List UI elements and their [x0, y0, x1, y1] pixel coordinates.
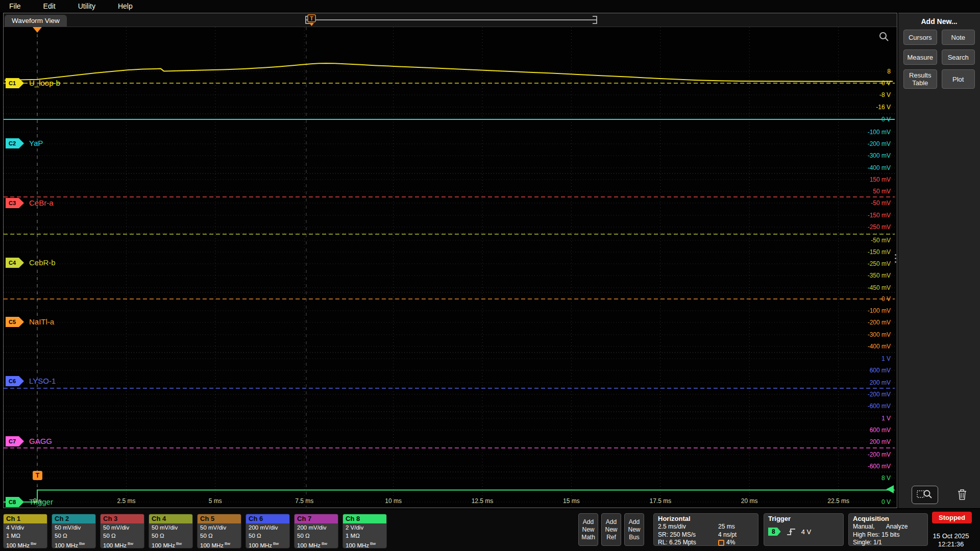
- channel-card-ch1[interactable]: Ch 14 V/div1 MΩ100 MHzBw: [3, 514, 47, 548]
- bandwidth-limit-icon: Bw: [176, 541, 182, 546]
- add-new-search-button[interactable]: Search: [942, 49, 975, 65]
- waveform-display[interactable]: T C1U_loop-b80 V-8 V-16 VC2YaP0 V-100 mV…: [4, 27, 897, 507]
- channel-badge-c7[interactable]: C7: [6, 436, 24, 446]
- channel-label-c5[interactable]: NaITl-a: [29, 317, 54, 326]
- add-new-cursors-button[interactable]: Cursors: [903, 30, 937, 45]
- horizontal-resolution: 4 ns/pt: [718, 531, 754, 539]
- channel-card-settings: 50 mV/div50 Ω100 MHzBw: [52, 523, 95, 548]
- trigger-settings-panel[interactable]: Trigger 8 4 V: [764, 513, 844, 546]
- channel-card-ch5[interactable]: Ch 550 mV/div50 Ω100 MHzBw: [197, 514, 241, 548]
- channel-label-c3[interactable]: CeBr-a: [29, 198, 54, 207]
- add-new-bus-line: New: [628, 526, 640, 534]
- menu-item-edit[interactable]: Edit: [43, 2, 56, 10]
- channel-badge-c6[interactable]: C6: [6, 376, 24, 386]
- add-new-note-button[interactable]: Note: [942, 30, 975, 45]
- run-stop-status-button[interactable]: Stopped: [932, 512, 972, 523]
- channel-badge-c1[interactable]: C1: [6, 78, 24, 88]
- time-axis-label: 22.5 ms: [827, 497, 849, 505]
- channel-bandwidth-value: 100 MHzBw: [200, 540, 241, 548]
- channel-label-c1[interactable]: U_loop-b: [29, 79, 60, 87]
- channel-label-c4[interactable]: CebR-b: [29, 258, 56, 267]
- bandwidth-text: 100 MHz: [249, 542, 272, 548]
- channel-impedance-value: 50 Ω: [103, 532, 144, 540]
- scale-label-c8: 8 V: [881, 474, 891, 482]
- bandwidth-limit-icon: Bw: [370, 541, 376, 546]
- sidebar-buttons: CursorsNoteMeasureSearchResults TablePlo…: [898, 30, 980, 89]
- scale-label-c3: -250 mV: [868, 223, 891, 231]
- add-new-bus-line: Bus: [629, 534, 640, 541]
- channel-impedance-value: 50 Ω: [55, 532, 95, 540]
- add-new-math-button[interactable]: Add New Math: [578, 513, 598, 546]
- add-new-math-line: New: [582, 526, 594, 534]
- time-axis-label: 17.5 ms: [649, 497, 671, 505]
- channel-card-ch4[interactable]: Ch 450 mV/div50 Ω100 MHzBw: [149, 514, 193, 548]
- channel-card-name: Ch 1: [4, 514, 47, 523]
- add-new-measure-button[interactable]: Measure: [903, 49, 937, 65]
- channel-card-name: Ch 3: [101, 514, 144, 523]
- channel-scale-value: 200 mV/div: [249, 524, 289, 532]
- add-new-plot-button[interactable]: Plot: [942, 69, 975, 89]
- channel-card-ch6[interactable]: Ch 6200 mV/div50 Ω100 MHzBw: [246, 514, 290, 548]
- channel-bandwidth-value: 100 MHzBw: [103, 540, 144, 548]
- channel-badge-c8[interactable]: C8: [6, 497, 24, 507]
- time-axis-label: 15 ms: [563, 497, 580, 505]
- horizontal-scale: 2.5 ms/div: [658, 523, 718, 531]
- channel-label-c7[interactable]: GAGG: [29, 437, 52, 445]
- channel-card-settings: 200 mV/div50 Ω100 MHzBw: [246, 523, 289, 548]
- delete-button[interactable]: [952, 486, 972, 504]
- channel-badge-c3[interactable]: C3: [6, 198, 24, 208]
- trigger-settings-row: 8 4 V: [764, 523, 843, 536]
- channel-badge-c2[interactable]: C2: [6, 138, 24, 148]
- trigger-position-marker[interactable]: [33, 27, 42, 33]
- trigger-level-value: 4 V: [801, 528, 812, 536]
- scale-label-c5: 0 V: [881, 295, 891, 303]
- add-new-bus-button[interactable]: Add New Bus: [624, 513, 644, 546]
- scale-label-c5: -300 mV: [868, 331, 891, 338]
- bandwidth-text: 100 MHz: [6, 542, 30, 548]
- add-new-ref-button[interactable]: Add New Ref: [601, 513, 621, 546]
- scale-label-c4: -250 mV: [868, 260, 891, 267]
- scale-label-c6: 200 mV: [870, 379, 891, 386]
- time-axis-label: 10 ms: [385, 497, 402, 505]
- horizontal-window: 25 ms: [718, 523, 754, 531]
- channel-card-ch2[interactable]: Ch 250 mV/div50 Ω100 MHzBw: [52, 514, 96, 548]
- bandwidth-limit-icon: Bw: [322, 541, 327, 546]
- horizontal-title: Horizontal: [654, 514, 758, 523]
- channel-badge-c5[interactable]: C5: [6, 317, 24, 327]
- channel-card-ch7[interactable]: Ch 7200 mV/div50 Ω100 MHzBw: [294, 514, 338, 548]
- channel-card-settings: 50 mV/div50 Ω100 MHzBw: [149, 523, 192, 548]
- acquisition-mode-row: Manual, Analyze: [849, 523, 927, 531]
- channel-label-c6[interactable]: LYSO-1: [29, 377, 56, 385]
- menu-item-file[interactable]: File: [9, 2, 21, 10]
- zoom-mode-button[interactable]: [912, 486, 938, 504]
- grid-overlay: T C1U_loop-b80 V-8 V-16 VC2YaP0 V-100 mV…: [4, 27, 895, 507]
- channel-card-settings: 200 mV/div50 Ω100 MHzBw: [295, 523, 338, 548]
- channel-bandwidth-value: 100 MHzBw: [55, 540, 95, 548]
- zoom-icon[interactable]: [878, 31, 890, 42]
- channel-card-ch3[interactable]: Ch 350 mV/div50 Ω100 MHzBw: [100, 514, 144, 548]
- channel-bandwidth-value: 100 MHzBw: [152, 540, 192, 548]
- record-view-bracket[interactable]: T: [4, 13, 897, 27]
- panel-splitter-handle[interactable]: [893, 254, 898, 267]
- menu-item-utility[interactable]: Utility: [78, 2, 95, 10]
- add-new-results-table-button[interactable]: Results Table: [903, 69, 937, 89]
- horizontal-position: 4%: [718, 539, 754, 547]
- settings-bar: Ch 14 V/div1 MΩ100 MHzBwCh 250 mV/div50 …: [0, 509, 980, 551]
- menu-item-help[interactable]: Help: [118, 2, 133, 10]
- horizontal-values: 2.5 ms/div 25 ms SR: 250 MS/s 4 ns/pt RL…: [654, 523, 758, 547]
- horizontal-position-value: 4%: [726, 539, 735, 547]
- channel-card-ch8[interactable]: Ch 82 V/div1 MΩ100 MHzBw: [342, 514, 387, 548]
- trigger-level-handle[interactable]: T: [33, 471, 42, 480]
- channel-badge-c4[interactable]: C4: [6, 258, 24, 268]
- add-new-ref-line: Ref: [606, 534, 616, 541]
- acquisition-panel[interactable]: Acquisition Manual, Analyze High Res: 15…: [848, 513, 928, 546]
- channel-card-name: Ch 2: [52, 514, 95, 523]
- scale-label-c8: 0 V: [881, 498, 891, 506]
- add-new-title: Add New...: [898, 13, 980, 30]
- horizontal-panel[interactable]: Horizontal 2.5 ms/div 25 ms SR: 250 MS/s…: [653, 513, 758, 546]
- trigger-level-arrow[interactable]: [886, 485, 894, 493]
- trigger-source-badge: 8: [768, 528, 781, 536]
- scale-label-c2: -400 mV: [868, 164, 891, 171]
- channel-label-c2[interactable]: YaP: [29, 139, 43, 147]
- channel-bandwidth-value: 100 MHzBw: [6, 540, 47, 548]
